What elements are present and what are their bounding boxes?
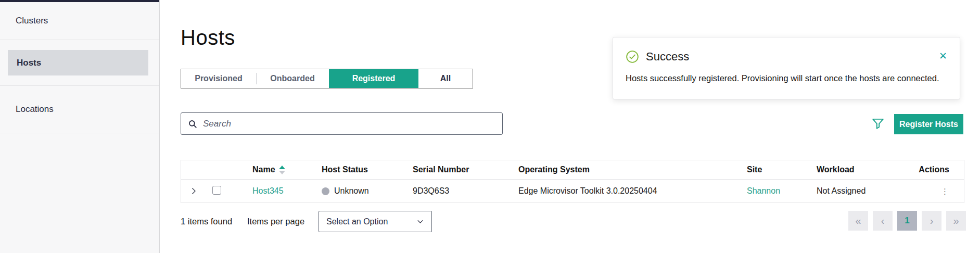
success-toast: Success ✕ Hosts successfully registered.… — [613, 37, 960, 99]
column-header-workload[interactable]: Workload — [817, 165, 910, 174]
main-content: Hosts Provisioned Onboarded Registered A… — [160, 0, 980, 253]
column-header-actions: Actions — [910, 165, 964, 174]
sidebar-item-clusters[interactable]: Clusters — [0, 2, 159, 40]
items-found-text: 1 items found — [181, 211, 232, 232]
table-row: Host345 Unknown 9D3Q6S3 Edge Microvisor … — [181, 180, 964, 203]
pagination-page-1-button[interactable]: 1 — [897, 211, 917, 231]
toast-title: Success — [646, 50, 689, 64]
sidebar-item-label: Hosts — [17, 58, 41, 68]
row-actions-kebab-icon[interactable]: ⋮ — [941, 187, 949, 195]
column-header-host-status[interactable]: Host Status — [322, 165, 413, 174]
column-header-label: Name — [252, 165, 275, 174]
status-unknown-dot-icon — [322, 187, 329, 195]
operating-system-value: Edge Microvisor Toolkit 3.0.20250404 — [518, 186, 747, 196]
chevron-down-icon — [416, 218, 424, 225]
app-root: Clusters Hosts Locations Hosts Provision… — [0, 0, 980, 253]
column-header-serial-number[interactable]: Serial Number — [413, 165, 518, 174]
tab-all[interactable]: All — [418, 69, 473, 88]
workload-value: Not Assigned — [817, 186, 910, 196]
site-link[interactable]: Shannon — [747, 186, 780, 195]
success-check-icon — [626, 50, 639, 64]
column-header-name[interactable]: Name — [252, 165, 322, 174]
row-checkbox[interactable] — [212, 186, 221, 195]
search-input[interactable] — [203, 119, 502, 129]
pagination: « ‹ 1 › » — [848, 211, 966, 231]
items-per-page-label: Items per page — [247, 211, 304, 232]
sidebar-item-hosts-selected-highlight: Hosts — [8, 50, 148, 75]
pagination-next-button[interactable]: › — [922, 211, 941, 231]
sidebar-item-label: Clusters — [16, 16, 48, 26]
search-box — [181, 112, 503, 135]
sort-descending-icon — [279, 171, 285, 174]
sidebar: Clusters Hosts Locations — [0, 0, 160, 253]
pagination-prev-button[interactable]: ‹ — [873, 211, 893, 231]
pagination-last-button[interactable]: » — [946, 211, 966, 231]
column-header-operating-system[interactable]: Operating System — [518, 165, 747, 174]
tab-onboarded[interactable]: Onboarded — [256, 69, 329, 88]
filter-icon[interactable] — [870, 116, 886, 132]
page-size-select[interactable]: Select an Option — [319, 211, 432, 232]
pagination-first-button[interactable]: « — [848, 211, 868, 231]
sidebar-item-locations[interactable]: Locations — [0, 86, 159, 133]
sort-icon[interactable] — [279, 166, 285, 174]
hosts-table: Name Host Status Serial Number Operating… — [181, 160, 964, 203]
host-name-link[interactable]: Host345 — [252, 186, 284, 195]
tab-provisioned[interactable]: Provisioned — [181, 69, 256, 88]
column-header-site[interactable]: Site — [747, 165, 817, 174]
page-title: Hosts — [181, 26, 235, 49]
sort-ascending-icon — [279, 166, 285, 169]
row-expand-chevron-icon[interactable] — [189, 186, 198, 196]
tab-registered[interactable]: Registered — [329, 69, 418, 88]
sidebar-item-hosts[interactable]: Hosts — [0, 40, 159, 86]
sidebar-item-label: Locations — [16, 104, 54, 115]
toast-close-icon[interactable]: ✕ — [939, 50, 947, 62]
page-size-value: Select an Option — [326, 217, 388, 226]
search-icon — [188, 119, 203, 129]
table-header-row: Name Host Status Serial Number Operating… — [181, 160, 964, 180]
serial-number-value: 9D3Q6S3 — [413, 186, 518, 196]
toast-message: Hosts successfully registered. Provision… — [626, 73, 947, 83]
register-hosts-button[interactable]: Register Hosts — [894, 114, 963, 134]
host-state-tabs: Provisioned Onboarded Registered All — [181, 69, 473, 88]
host-status-value: Unknown — [334, 186, 369, 196]
toast-header: Success — [626, 50, 947, 64]
